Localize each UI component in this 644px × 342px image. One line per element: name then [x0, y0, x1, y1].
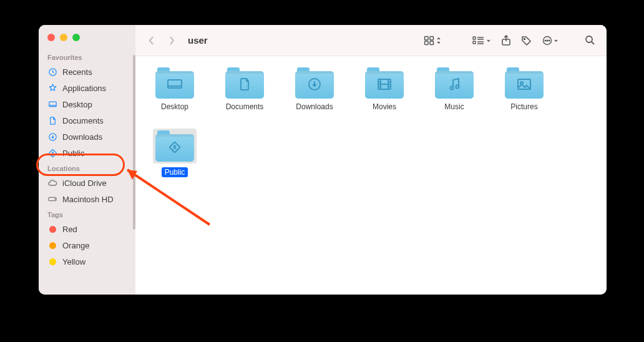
svg-point-19 [586, 36, 592, 42]
sidebar-item-label: Recents [62, 67, 92, 77]
disk-icon [47, 194, 57, 204]
search-button[interactable] [582, 32, 598, 49]
recents-icon [47, 67, 57, 77]
sidebar: Favourites Recents Applications Desktop … [39, 25, 135, 295]
sidebar-item-label: Red [62, 225, 77, 234]
main-panel: user [135, 25, 607, 295]
sidebar-item-documents[interactable]: Documents [39, 112, 135, 129]
folder-item-public[interactable]: Public [153, 129, 197, 177]
sidebar-item-applications[interactable]: Applications [39, 80, 135, 96]
tag-dot-icon [47, 256, 57, 266]
svg-point-6 [55, 199, 56, 200]
svg-rect-8 [430, 36, 434, 40]
sidebar-scrollbar[interactable] [133, 55, 135, 230]
sidebar-item-label: Desktop [62, 100, 92, 109]
sidebar-item-recents[interactable]: Recents [39, 64, 135, 80]
documents-folder-glyph-icon [238, 77, 251, 93]
icloud-icon [47, 178, 57, 188]
sidebar-item-label: Yellow [62, 257, 85, 266]
svg-rect-9 [425, 41, 429, 45]
svg-rect-12 [473, 41, 476, 44]
sidebar-tag-orange[interactable]: Orange [39, 237, 135, 253]
chevron-down-icon [554, 37, 559, 44]
sidebar-item-public[interactable]: Public [39, 145, 135, 161]
desktop-folder-glyph-icon [167, 78, 183, 92]
svg-rect-20 [168, 80, 182, 88]
folder-label: Music [444, 102, 464, 111]
pictures-folder-glyph-icon [517, 78, 532, 92]
toolbar: user [135, 25, 607, 56]
folder-item-music[interactable]: Music [432, 67, 476, 111]
view-mode-button[interactable] [421, 32, 444, 49]
folder-item-downloads[interactable]: Downloads [293, 67, 336, 111]
sidebar-item-label: Downloads [62, 132, 102, 142]
downloads-icon [47, 132, 57, 142]
sidebar-section-tags: Tags [39, 207, 135, 221]
folder-grid: Desktop Documents Downloads [135, 56, 607, 295]
forward-button[interactable] [164, 33, 179, 48]
window-controls [39, 32, 135, 50]
sidebar-item-label: Orange [62, 241, 89, 250]
folder-label: Desktop [161, 102, 188, 111]
folder-label: Movies [373, 102, 396, 111]
public-icon [47, 148, 57, 158]
sidebar-item-label: Public [62, 149, 84, 158]
folder-item-documents[interactable]: Documents [223, 67, 266, 111]
back-button[interactable] [144, 33, 159, 48]
sidebar-item-label: iCloud Drive [62, 178, 107, 188]
folder-label: Pictures [510, 102, 537, 111]
sidebar-section-favourites: Favourites [39, 50, 135, 64]
svg-point-28 [174, 145, 175, 147]
sidebar-item-label: Applications [62, 84, 106, 93]
sidebar-section-locations: Locations [39, 161, 135, 175]
share-button[interactable] [499, 32, 514, 49]
svg-rect-11 [473, 37, 476, 39]
folder-item-desktop[interactable]: Desktop [153, 67, 197, 111]
sidebar-item-label: Macintosh HD [62, 195, 114, 204]
zoom-window-button[interactable] [72, 34, 80, 41]
sidebar-item-desktop[interactable]: Desktop [39, 96, 135, 112]
music-folder-glyph-icon [448, 77, 461, 93]
svg-point-16 [545, 40, 546, 41]
finder-window: Favourites Recents Applications Desktop … [39, 25, 607, 295]
folder-item-pictures[interactable]: Pictures [502, 67, 546, 111]
updown-icon [436, 36, 441, 45]
tag-dot-icon [47, 224, 57, 234]
movies-folder-glyph-icon [377, 78, 392, 92]
minimize-window-button[interactable] [60, 34, 67, 41]
window-title: user [188, 35, 208, 46]
folder-label: Public [162, 167, 188, 177]
folder-item-movies[interactable]: Movies [363, 67, 406, 111]
public-folder-glyph-icon [167, 140, 182, 157]
desktop-icon [47, 99, 57, 109]
folder-label: Documents [226, 102, 264, 111]
svg-rect-1 [49, 102, 56, 107]
action-menu-button[interactable] [540, 32, 561, 49]
sidebar-item-macintosh-hd[interactable]: Macintosh HD [39, 191, 135, 207]
sidebar-item-label: Documents [62, 116, 104, 125]
svg-point-24 [456, 85, 459, 88]
group-button[interactable] [470, 32, 494, 49]
sidebar-tag-red[interactable]: Red [39, 221, 135, 237]
sidebar-item-icloud[interactable]: iCloud Drive [39, 175, 135, 191]
downloads-folder-glyph-icon [308, 77, 321, 93]
svg-point-4 [52, 152, 53, 153]
sidebar-tag-yellow[interactable]: Yellow [39, 253, 135, 270]
svg-rect-7 [425, 36, 429, 40]
applications-icon [47, 83, 57, 93]
documents-icon [47, 115, 57, 125]
folder-label: Downloads [296, 102, 333, 111]
sidebar-item-downloads[interactable]: Downloads [39, 129, 135, 145]
chevron-down-icon [486, 37, 491, 44]
svg-rect-10 [430, 41, 434, 45]
svg-point-17 [547, 40, 548, 41]
close-window-button[interactable] [47, 34, 55, 41]
svg-point-23 [451, 86, 454, 89]
tags-button[interactable] [519, 32, 535, 49]
tag-dot-icon [47, 240, 57, 250]
svg-point-18 [549, 40, 550, 41]
svg-point-14 [524, 38, 525, 39]
